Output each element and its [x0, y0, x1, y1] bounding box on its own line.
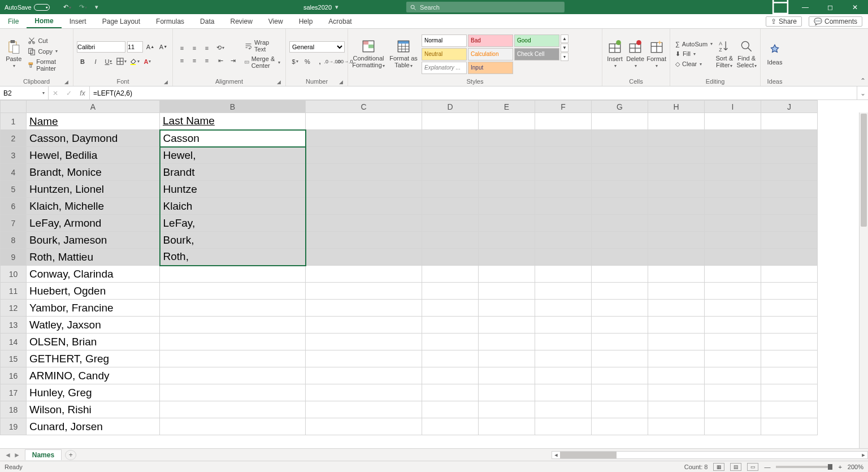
bold-button[interactable]: B [77, 56, 88, 67]
row-header-11[interactable]: 11 [1, 283, 27, 300]
style-cell-calculation[interactable]: Calculation [468, 48, 513, 60]
cell-H5[interactable] [648, 181, 705, 198]
collapse-ribbon-icon[interactable]: ⌃ [860, 77, 866, 85]
tab-page-layout[interactable]: Page Layout [94, 14, 148, 28]
cell-D2[interactable] [422, 130, 479, 147]
cell-G6[interactable] [592, 198, 648, 215]
italic-button[interactable]: I [90, 56, 101, 67]
cell-C1[interactable] [306, 113, 422, 130]
enter-formula-icon[interactable]: ✓ [62, 89, 76, 97]
tab-home[interactable]: Home [27, 14, 61, 28]
ideas-button[interactable]: Ideas [764, 34, 785, 74]
tab-file[interactable]: File [0, 14, 27, 28]
cell-F6[interactable] [535, 198, 592, 215]
cell-G19[interactable] [592, 418, 648, 435]
decrease-font-icon[interactable]: A▼ [158, 41, 169, 53]
cell-B4[interactable]: Brandt [160, 164, 306, 181]
cell-E10[interactable] [479, 266, 535, 283]
cell-A6[interactable]: Klaich, Michelle [27, 198, 160, 215]
tab-review[interactable]: Review [222, 14, 260, 28]
cell-E1[interactable] [479, 113, 535, 130]
vertical-scrollbar[interactable] [859, 112, 868, 448]
row-header-7[interactable]: 7 [1, 215, 27, 232]
cell-B18[interactable] [160, 401, 306, 418]
cell-E17[interactable] [479, 384, 535, 401]
row-header-18[interactable]: 18 [1, 401, 27, 418]
align-top[interactable]: ≡ [176, 42, 188, 54]
number-format-select[interactable]: General [289, 41, 345, 53]
cell-A16[interactable]: ARMINO, Candy [27, 367, 160, 384]
row-header-17[interactable]: 17 [1, 384, 27, 401]
cell-J15[interactable] [761, 350, 818, 367]
cell-C13[interactable] [306, 317, 422, 334]
cell-F13[interactable] [535, 317, 592, 334]
clipboard-dialog-launcher[interactable]: ◢ [64, 79, 68, 85]
cell-J10[interactable] [761, 266, 818, 283]
cell-D19[interactable] [422, 418, 479, 435]
cell-C7[interactable] [306, 215, 422, 232]
cell-E15[interactable] [479, 350, 535, 367]
cell-D12[interactable] [422, 300, 479, 317]
borders-button[interactable]: ▾ [116, 56, 127, 67]
cell-A14[interactable]: OLSEN, Brian [27, 334, 160, 350]
styles-scroll-up[interactable]: ▲ [561, 34, 568, 43]
cell-E19[interactable] [479, 418, 535, 435]
merge-center-button[interactable]: Merge & Center▾ [243, 55, 282, 70]
cut-button[interactable]: Cut [26, 36, 70, 45]
cell-D10[interactable] [422, 266, 479, 283]
row-header-14[interactable]: 14 [1, 334, 27, 350]
row-header-10[interactable]: 10 [1, 266, 27, 283]
cell-I10[interactable] [705, 266, 761, 283]
col-header-B[interactable]: B [160, 101, 306, 113]
increase-font-icon[interactable]: A▲ [145, 41, 156, 53]
tab-acrobat[interactable]: Acrobat [320, 14, 359, 28]
cell-C16[interactable] [306, 367, 422, 384]
cell-E6[interactable] [479, 198, 535, 215]
cell-F4[interactable] [535, 164, 592, 181]
cell-J9[interactable] [761, 249, 818, 266]
cell-A3[interactable]: Hewel, Bedilia [27, 147, 160, 164]
cell-B6[interactable]: Klaich [160, 198, 306, 215]
cell-I1[interactable] [705, 113, 761, 130]
row-header-15[interactable]: 15 [1, 350, 27, 367]
cell-E9[interactable] [479, 249, 535, 266]
cell-H11[interactable] [648, 283, 705, 300]
row-header-1[interactable]: 1 [1, 113, 27, 130]
cell-J4[interactable] [761, 164, 818, 181]
format-painter-button[interactable]: Format Painter [26, 58, 70, 72]
accounting-format[interactable]: $▾ [289, 56, 301, 67]
cell-B5[interactable]: Huntze [160, 181, 306, 198]
cell-B9[interactable]: Roth, [160, 249, 306, 266]
cell-I5[interactable] [705, 181, 761, 198]
undo-icon[interactable]: ↶▾ [61, 3, 73, 11]
cell-A8[interactable]: Bourk, Jameson [27, 232, 160, 249]
cell-A11[interactable]: Huebert, Ogden [27, 283, 160, 300]
cell-E14[interactable] [479, 334, 535, 350]
fx-icon[interactable]: fx [76, 89, 89, 97]
col-header-A[interactable]: A [27, 101, 160, 113]
col-header-D[interactable]: D [422, 101, 479, 113]
comments-button[interactable]: 💬 Comments [809, 16, 862, 27]
cell-H10[interactable] [648, 266, 705, 283]
style-cell-check-cell[interactable]: Check Cell [514, 48, 559, 60]
cell-G14[interactable] [592, 334, 648, 350]
cell-F2[interactable] [535, 130, 592, 147]
horizontal-scrollbar[interactable]: ◄► [552, 451, 868, 459]
cell-F12[interactable] [535, 300, 592, 317]
styles-gallery[interactable]: NormalBadGoodNeutralCalculationCheck Cel… [422, 34, 559, 74]
align-right[interactable]: ≡ [201, 55, 212, 66]
cell-H8[interactable] [648, 232, 705, 249]
cell-D9[interactable] [422, 249, 479, 266]
cell-G13[interactable] [592, 317, 648, 334]
autosave-toggle[interactable]: AutoSave ● [5, 4, 50, 11]
row-header-2[interactable]: 2 [1, 130, 27, 147]
cell-B2[interactable]: Casson [160, 130, 306, 147]
style-cell-normal[interactable]: Normal [422, 34, 467, 47]
font-dialog-launcher[interactable]: ◢ [164, 79, 168, 85]
cell-H16[interactable] [648, 367, 705, 384]
cell-G11[interactable] [592, 283, 648, 300]
redo-icon[interactable]: ↷▾ [77, 3, 89, 11]
cell-J12[interactable] [761, 300, 818, 317]
save-icon[interactable] [53, 4, 58, 11]
style-cell-good[interactable]: Good [514, 34, 559, 47]
